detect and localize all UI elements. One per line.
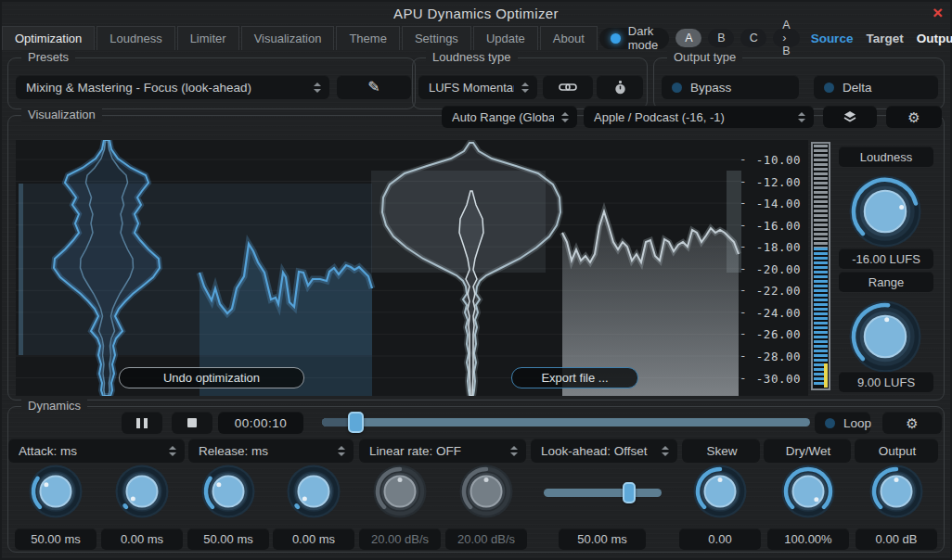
release-knob-1-value: 50.00 ms <box>187 528 269 550</box>
linear-rate-knob-1[interactable] <box>373 465 427 522</box>
release-knob-1[interactable] <box>201 465 255 522</box>
preset-select-value: Mixing & Mastering - Focus (look-ahead) <box>26 81 251 95</box>
view-tab-target[interactable]: Target <box>861 32 907 45</box>
timeline-handle[interactable] <box>348 412 364 433</box>
loop-label: Loop <box>843 416 871 430</box>
param-skew[interactable]: Skew <box>682 439 760 463</box>
release-knob-2[interactable] <box>287 465 341 522</box>
timeline-track[interactable] <box>322 418 810 426</box>
scale-label: --28.00 <box>734 350 806 363</box>
select-arrows-icon <box>798 112 805 122</box>
meter-gray-segments <box>814 145 828 248</box>
bypass-indicator-icon <box>672 83 682 93</box>
output-type-legend: Output type <box>667 50 742 64</box>
param-output[interactable]: Output <box>855 439 938 463</box>
delta-toggle[interactable]: Delta <box>814 75 938 99</box>
attack-knob-1-value: 50.00 ms <box>15 528 96 550</box>
preset-slot-a[interactable]: A <box>675 29 701 47</box>
attack-knob-2[interactable] <box>115 465 169 522</box>
stop-button[interactable] <box>172 412 212 434</box>
pause-icon <box>136 418 148 428</box>
skew-knob[interactable] <box>693 465 747 522</box>
range-knob-value: 9.00 LUFS <box>839 372 933 392</box>
copy-a-to-b-button[interactable]: A › B <box>773 29 799 47</box>
output-knob[interactable] <box>869 465 923 522</box>
scale-label: --30.00 <box>734 372 806 386</box>
scale-label: --10.00 <box>734 153 806 167</box>
undo-optimization-button[interactable]: Undo optimization <box>119 367 304 388</box>
pause-button[interactable] <box>122 412 162 434</box>
auto-range-value: Auto Range (Global) <box>452 110 554 124</box>
visualization-canvas[interactable] <box>16 140 808 396</box>
tab-optimization[interactable]: Optimization <box>2 26 95 50</box>
dynamics-settings-button[interactable]: ⚙ <box>882 412 942 434</box>
preset-slot-c[interactable]: C <box>740 29 766 47</box>
skew-knob-value: 0.00 <box>679 528 761 550</box>
gear-icon: ⚙ <box>907 110 920 124</box>
viz-settings-button[interactable]: ⚙ <box>886 106 942 128</box>
scale-label: --18.00 <box>734 240 806 254</box>
look-ahead-slider-track[interactable] <box>544 489 662 497</box>
gear-icon: ⚙ <box>906 416 918 430</box>
dark-mode-label: Dark mode <box>628 24 659 52</box>
dark-mode-toggle[interactable]: Dark mode <box>599 28 670 49</box>
look-ahead-slider[interactable] <box>623 482 636 503</box>
linear-rate-knob-2[interactable] <box>459 465 513 522</box>
time-display: 00:00:10 <box>218 412 303 434</box>
param-release-ms[interactable]: Release: ms <box>188 439 354 463</box>
tab-loudness[interactable]: Loudness <box>96 26 174 50</box>
timer-button[interactable] <box>597 75 643 99</box>
select-arrows-icon <box>662 446 669 456</box>
param-linear-rate-off[interactable]: Linear rate: OFF <box>359 439 526 463</box>
presets-panel: Presets Mixing & Mastering - Focus (look… <box>7 57 416 109</box>
select-arrows-icon <box>510 446 518 456</box>
tab-update[interactable]: Update <box>473 26 538 50</box>
attack-knob-1[interactable] <box>29 465 83 522</box>
tab-theme[interactable]: Theme <box>336 26 399 50</box>
range-knob[interactable] <box>849 300 921 376</box>
preset-slot-b[interactable]: B <box>708 29 734 47</box>
view-tab-source[interactable]: Source <box>806 32 858 45</box>
select-arrows-icon <box>169 446 176 456</box>
dry-wet-knob-value: 100.00% <box>767 528 849 550</box>
loop-toggle[interactable]: Loop <box>815 412 870 434</box>
output-knob-value: 0.00 dB <box>856 528 937 550</box>
close-icon[interactable]: × <box>933 3 943 23</box>
delta-label: Delta <box>843 81 872 95</box>
target-preset-value: Apple / Podcast (-16, -1) <box>594 110 725 124</box>
link-button[interactable] <box>543 75 593 99</box>
delta-indicator-icon <box>824 83 834 93</box>
auto-range-select[interactable]: Auto Range (Global) <box>442 106 577 128</box>
tab-limiter[interactable]: Limiter <box>177 26 239 50</box>
export-file-button[interactable]: Export file ... <box>511 367 638 388</box>
layers-icon <box>843 110 857 123</box>
preset-edit-button[interactable]: ✎ <box>337 75 411 99</box>
loudness-scale: --10.00--12.00--14.00--16.00--18.00--20.… <box>734 140 806 396</box>
tab-bar: OptimizationLoudnessLimiterVisualization… <box>2 26 950 50</box>
link-icon <box>559 82 577 93</box>
loudness-knob[interactable] <box>849 175 921 251</box>
tab-settings[interactable]: Settings <box>402 26 471 50</box>
select-arrows-icon <box>338 446 345 456</box>
scale-label: --16.00 <box>734 219 806 233</box>
stop-icon <box>187 418 197 427</box>
bypass-toggle[interactable]: Bypass <box>662 75 799 99</box>
select-arrows-icon <box>521 83 529 93</box>
window-title: APU Dynamics Optimizer <box>393 6 559 21</box>
dry-wet-knob[interactable] <box>781 465 835 522</box>
param-dry-wet[interactable]: Dry/Wet <box>764 439 851 463</box>
tab-about[interactable]: About <box>540 26 598 50</box>
preset-select[interactable]: Mixing & Mastering - Focus (look-ahead) <box>16 75 329 99</box>
loudness-type-select[interactable]: LUFS Momentary <box>418 75 537 99</box>
bypass-label: Bypass <box>690 81 731 95</box>
layers-button[interactable] <box>823 106 877 128</box>
param-look-ahead-offset[interactable]: Look-ahead: Offset <box>531 439 677 463</box>
look-ahead-slider-value: 50.00 ms <box>559 528 646 550</box>
preset-slot-strip: ABC <box>675 29 766 47</box>
app-window: APU Dynamics Optimizer × OptimizationLou… <box>0 0 952 560</box>
target-preset-select[interactable]: Apple / Podcast (-16, -1) <box>584 106 814 128</box>
release-knob-2-value: 0.00 ms <box>273 528 354 550</box>
view-tab-output[interactable]: Output <box>912 32 952 45</box>
tab-visualization[interactable]: Visualization <box>241 26 335 50</box>
param-attack-ms[interactable]: Attack: ms <box>8 439 185 463</box>
